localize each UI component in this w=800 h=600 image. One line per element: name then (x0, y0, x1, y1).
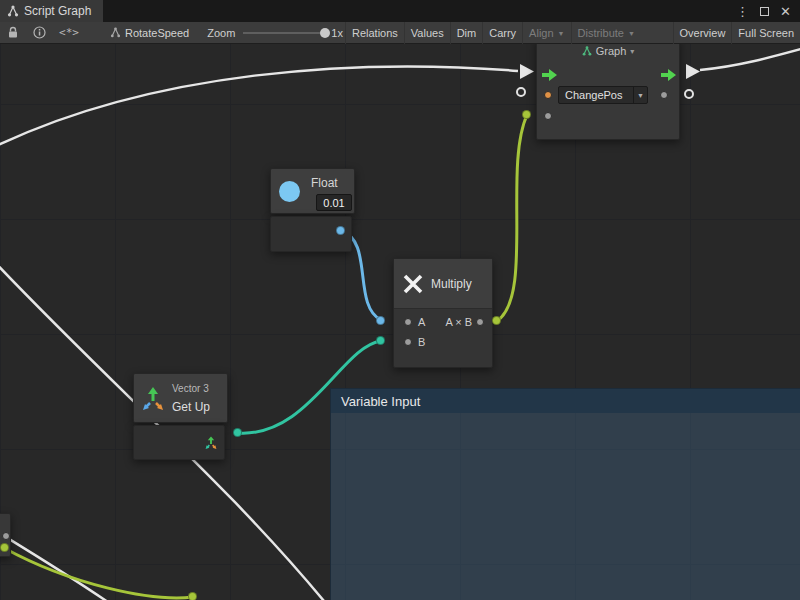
chevron-down-icon: ▼ (628, 30, 635, 37)
info-icon[interactable] (26, 22, 52, 44)
graph-toolbar: <*> RotateSpeed Zoom 1x Relations Values… (0, 22, 800, 44)
distribute-button[interactable]: Distribute ▼ (571, 22, 641, 44)
dim-button[interactable]: Dim (450, 22, 483, 44)
chevron-down-icon: ▾ (630, 47, 634, 56)
vector3-port-icon[interactable] (204, 436, 218, 454)
tab-bar: Script Graph ⋮ ✕ (0, 0, 800, 22)
float-type-icon (279, 181, 300, 202)
zoom-slider[interactable] (243, 32, 327, 34)
wire-endpoint-teal[interactable] (233, 428, 242, 437)
wire-lime-bottom (4, 548, 193, 598)
wire-endpoint-blue[interactable] (376, 316, 385, 325)
group-title: Variable Input (341, 394, 420, 409)
node-multiply[interactable]: Multiply A A × B B (393, 258, 493, 368)
multiply-title: Multiply (431, 277, 472, 291)
code-icon[interactable]: <*> (52, 22, 86, 44)
float-value-field[interactable] (316, 194, 352, 211)
port-b-label: B (418, 336, 425, 348)
distribute-label: Distribute (578, 27, 624, 39)
carry-button[interactable]: Carry (482, 22, 522, 44)
variable-port[interactable] (544, 91, 552, 99)
wire-endpoint-lime[interactable] (522, 110, 531, 119)
group-header[interactable]: Variable Input (331, 389, 800, 413)
relations-button[interactable]: Relations (345, 22, 404, 44)
node-vector3-get-up[interactable]: Vector 3 Get Up (133, 373, 228, 423)
node-graph[interactable]: Graph ▾ ChangePos ▼ (536, 44, 680, 140)
unity-script-graph-window: { "window": { "tab_label": "Script Graph… (0, 0, 800, 600)
chevron-down-icon: ▼ (633, 87, 647, 103)
tab-label: Script Graph (24, 4, 91, 18)
maximize-icon[interactable] (760, 7, 769, 16)
align-button[interactable]: Align ▼ (522, 22, 570, 44)
wire-endpoint-teal[interactable] (376, 336, 385, 345)
unconnected-port-ring[interactable] (516, 87, 526, 97)
input-port-b[interactable] (404, 338, 412, 346)
window-controls: ⋮ ✕ (736, 0, 800, 22)
close-icon[interactable]: ✕ (780, 4, 791, 19)
unconnected-port-ring[interactable] (684, 89, 694, 99)
multiply-header: Multiply (394, 259, 492, 309)
node-vector3-port-row[interactable] (133, 425, 225, 460)
port-out-label: A × B (445, 316, 472, 328)
value-port[interactable] (2, 532, 10, 540)
variable-dropdown-value: ChangePos (559, 89, 633, 101)
chevron-down-icon: ▼ (558, 30, 565, 37)
wire-endpoint-lime[interactable] (492, 316, 501, 325)
wire-endpoint-lime[interactable] (0, 543, 9, 552)
input-port-a[interactable] (404, 318, 412, 326)
wire-white-in (0, 67, 518, 150)
toolbar-right-group: Overview Full Screen (667, 22, 800, 44)
graph-canvas[interactable]: Variable Input Graph ▾ ChangePos ▼ Float (0, 44, 800, 600)
zoom-label: Zoom (207, 27, 235, 39)
align-label: Align (529, 27, 553, 39)
wire-endpoint-lime[interactable] (188, 592, 197, 600)
full-screen-button[interactable]: Full Screen (731, 22, 800, 44)
float-node-title: Float (311, 176, 338, 190)
vector3-title: Get Up (172, 400, 210, 414)
wire-white-out (700, 46, 800, 70)
graph-node-title: Graph (596, 45, 627, 57)
flow-output-port[interactable] (661, 67, 677, 79)
value-output-port[interactable] (660, 91, 668, 99)
menu-icon[interactable]: ⋮ (736, 4, 749, 19)
graph-name-label: RotateSpeed (125, 27, 189, 39)
lock-icon[interactable] (0, 22, 26, 44)
graph-asset-icon (110, 27, 121, 38)
tab-script-graph[interactable]: Script Graph (0, 0, 103, 22)
overview-button[interactable]: Overview (673, 22, 732, 44)
wire-lime-multiply-to-graph (497, 115, 527, 321)
wire-arrowhead-out (686, 64, 700, 79)
wire-white-corner (0, 526, 122, 600)
group-variable-input[interactable]: Variable Input (330, 388, 800, 600)
values-button[interactable]: Values (404, 22, 450, 44)
zoom-value: 1x (331, 27, 343, 39)
vector3-icon (140, 386, 166, 416)
value-input-port[interactable] (544, 112, 552, 120)
script-graph-icon (7, 5, 19, 17)
graph-node-header[interactable]: Graph ▾ (537, 44, 679, 59)
variable-dropdown[interactable]: ChangePos ▼ (558, 86, 648, 104)
zoom-slider-knob[interactable] (320, 28, 330, 38)
port-a-label: A (418, 316, 425, 328)
graph-breadcrumb: RotateSpeed (110, 27, 189, 39)
wire-endpoint-blue[interactable] (336, 226, 345, 235)
multiply-icon (401, 272, 425, 296)
vector3-type-label: Vector 3 (172, 383, 209, 394)
flow-input-port[interactable] (542, 67, 558, 79)
graph-icon (582, 46, 592, 56)
node-float[interactable]: Float (270, 168, 355, 214)
output-port[interactable] (476, 318, 484, 326)
wire-arrowhead-in (520, 64, 534, 79)
